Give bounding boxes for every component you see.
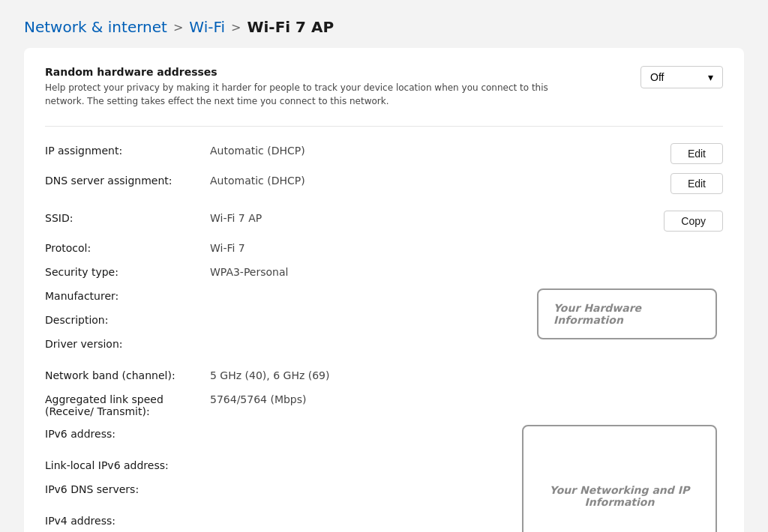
divider-1: [45, 126, 723, 127]
hardware-info-box-col: Your Hardware Information: [537, 284, 723, 339]
protocol-label: Protocol:: [45, 241, 210, 254]
ssid-value: Wi-Fi 7 AP: [210, 211, 648, 224]
aggregated-link-label: Aggregated link speed (Receive/ Transmit…: [45, 392, 210, 417]
hardware-addresses-dropdown-value: Off: [650, 71, 664, 83]
breadcrumb-sep-1: >: [173, 20, 183, 34]
hardware-labels-col: Manufacturer: Description: Driver versio…: [45, 284, 537, 356]
driver-version-label: Driver version:: [45, 336, 210, 350]
manufacturer-row: Manufacturer:: [45, 284, 537, 308]
security-type-label: Security type:: [45, 265, 210, 278]
network-info-box-col: Your Networking and IP Information: [522, 422, 723, 532]
link-local-ipv6-value: [210, 458, 522, 459]
hardware-info-text: Your Hardware Information: [554, 302, 700, 326]
ip-assignment-edit-button[interactable]: Edit: [670, 143, 723, 164]
ipv6-address-label: IPv6 address:: [45, 426, 210, 440]
breadcrumb-network-internet[interactable]: Network & internet: [24, 18, 167, 36]
breadcrumb: Network & internet > Wi-Fi > Wi-Fi 7 AP: [0, 0, 768, 48]
manufacturer-value: [210, 288, 537, 290]
hardware-info-box: Your Hardware Information: [537, 288, 717, 339]
description-label: Description:: [45, 312, 210, 326]
manufacturer-label: Manufacturer:: [45, 288, 210, 302]
description-value: [210, 312, 537, 314]
description-row: Description:: [45, 308, 537, 332]
breadcrumb-sep-2: >: [231, 20, 241, 34]
breadcrumb-current: Wi-Fi 7 AP: [247, 18, 334, 36]
ipv4-address-row: IPv4 address:: [45, 509, 522, 532]
protocol-value: Wi-Fi 7: [210, 241, 648, 254]
ipv4-address-value: [210, 513, 522, 515]
hardware-addresses-title: Random hardware addresses: [45, 66, 555, 78]
hardware-addresses-dropdown[interactable]: Off ▾: [640, 66, 723, 88]
ssid-action: Copy: [648, 211, 723, 232]
ip-info-group: IPv6 address: Link-local IPv6 address: I…: [45, 422, 723, 532]
ipv6-dns-label: IPv6 DNS servers:: [45, 482, 210, 495]
security-type-row: Security type: WPA3-Personal: [45, 260, 723, 284]
copy-button[interactable]: Copy: [664, 211, 723, 232]
driver-version-value: [210, 336, 537, 338]
network-band-row: Network band (channel): 5 GHz (40), 6 GH…: [45, 363, 723, 387]
ip-labels-col: IPv6 address: Link-local IPv6 address: I…: [45, 422, 522, 532]
aggregated-link-value: 5764/5764 (Mbps): [210, 392, 648, 405]
ipv6-address-value: [210, 426, 522, 428]
ipv6-dns-row: IPv6 DNS servers:: [45, 477, 522, 501]
dns-assignment-action: Edit: [648, 173, 723, 194]
network-info-text: Your Networking and IP Information: [538, 484, 700, 508]
ip-assignment-action: Edit: [648, 143, 723, 164]
link-local-ipv6-row: Link-local IPv6 address:: [45, 453, 522, 477]
hardware-info-group: Manufacturer: Description: Driver versio…: [45, 284, 723, 356]
ipv6-address-row: IPv6 address:: [45, 422, 522, 446]
ssid-label: SSID:: [45, 211, 210, 224]
aggregated-link-row: Aggregated link speed (Receive/ Transmit…: [45, 387, 723, 422]
dns-assignment-row: DNS server assignment: Automatic (DHCP) …: [45, 169, 723, 199]
network-info-box: Your Networking and IP Information: [522, 425, 717, 532]
link-local-ipv6-label: Link-local IPv6 address:: [45, 458, 210, 471]
dns-assignment-edit-button[interactable]: Edit: [670, 173, 723, 194]
dns-assignment-label: DNS server assignment:: [45, 173, 210, 187]
breadcrumb-wifi[interactable]: Wi-Fi: [189, 18, 225, 36]
dns-assignment-value: Automatic (DHCP): [210, 173, 648, 187]
ip-assignment-value: Automatic (DHCP): [210, 143, 648, 157]
hardware-addresses-section: Random hardware addresses Help protect y…: [45, 66, 723, 108]
ip-assignment-label: IP assignment:: [45, 143, 210, 157]
network-band-value: 5 GHz (40), 6 GHz (69): [210, 368, 648, 381]
ssid-row: SSID: Wi-Fi 7 AP Copy: [45, 206, 723, 236]
ipv4-address-label: IPv4 address:: [45, 513, 210, 527]
protocol-row: Protocol: Wi-Fi 7: [45, 236, 723, 260]
settings-card: Random hardware addresses Help protect y…: [24, 48, 744, 532]
dropdown-arrow-icon: ▾: [708, 71, 713, 83]
security-type-value: WPA3-Personal: [210, 265, 648, 278]
hardware-addresses-description: Help protect your privacy by making it h…: [45, 81, 555, 108]
ipv6-dns-value: [210, 482, 522, 483]
network-band-label: Network band (channel):: [45, 368, 210, 381]
hardware-addresses-text: Random hardware addresses Help protect y…: [45, 66, 555, 108]
driver-version-row: Driver version:: [45, 332, 537, 356]
ip-assignment-row: IP assignment: Automatic (DHCP) Edit: [45, 139, 723, 169]
